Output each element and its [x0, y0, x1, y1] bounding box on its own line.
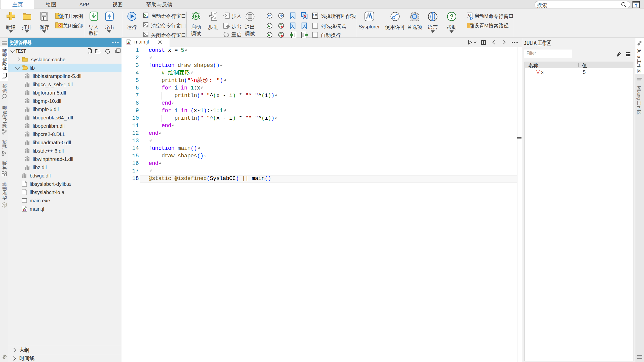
- svg-text:?: ?: [450, 13, 454, 20]
- svg-text:M: M: [470, 25, 473, 28]
